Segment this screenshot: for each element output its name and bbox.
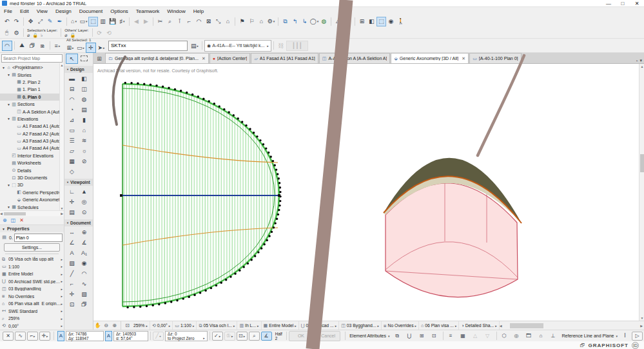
axo-icon[interactable]: ⬙: [343, 17, 353, 26]
search-input[interactable]: [1, 54, 63, 63]
rectangle-icon[interactable]: ▭▾: [79, 17, 88, 26]
copy-icon[interactable]: ⧉: [280, 17, 290, 26]
scroll-up-icon[interactable]: ▲: [639, 65, 644, 68]
quick-setting-zoom[interactable]: ⌕259%▸: [0, 315, 64, 323]
menu-help[interactable]: Help: [190, 7, 208, 15]
zoom-out-icon[interactable]: ⊖: [102, 323, 110, 328]
tree-item-0-plan-0[interactable]: ▦0. Plan 0: [0, 94, 64, 101]
text-tool[interactable]: A: [66, 248, 78, 258]
delta-z-tracker[interactable]: Δz: 0 to Project Zero▸: [165, 331, 208, 341]
settings-button[interactable]: Settings...: [4, 243, 60, 252]
tree-item-sections[interactable]: ▼▥Sections: [0, 101, 64, 108]
anchor-icon[interactable]: Ⅰ: [620, 332, 630, 341]
quick-option-shadow[interactable]: ◑Detailed Sha...▸: [459, 321, 499, 330]
add-viewpoint-icon[interactable]: ⊕: [3, 217, 7, 223]
menu-document[interactable]: Document: [75, 7, 106, 15]
quick-setting-layers[interactable]: ⧉05 Visa och lås upp allt▸: [0, 255, 64, 263]
arc-tool[interactable]: ◠: [78, 268, 90, 279]
tab-6[interactable]: ▭[A-40-1-100 Plan 0]: [469, 53, 521, 63]
freeform-tool[interactable]: ◇: [66, 166, 78, 177]
pickup-icon[interactable]: ↰: [290, 17, 300, 26]
menu-teamwork[interactable]: Teamwork: [132, 7, 163, 15]
pencil-icon[interactable]: ✎: [45, 17, 55, 26]
quick-option-model-view[interactable]: ◫03 Bygghand...▸: [339, 321, 382, 330]
quick-setting-scale[interactable]: ▭1:100▸: [0, 263, 64, 271]
split-icon[interactable]: ✂: [155, 17, 165, 26]
fit-window-icon[interactable]: ⊞: [357, 17, 367, 26]
roof-icon[interactable]: ⌂: [536, 332, 547, 341]
fillet-icon[interactable]: ◠: [194, 17, 204, 26]
layers-panel-icon[interactable]: ⧉: [392, 332, 403, 341]
current-tool-shell-icon[interactable]: ◠: [2, 41, 12, 51]
drawing-tool[interactable]: ⊡: [66, 299, 78, 310]
camera-tool[interactable]: ◎: [78, 197, 90, 207]
tree-item-a1-fasad-a1-auto-rebu[interactable]: ▭A1 Fasad A1 (Auto-rebu...: [0, 123, 64, 130]
quick-option-pen-set[interactable]: ⋃00 Archicad ...▸: [299, 321, 339, 330]
axonometric-dome-drawing[interactable]: [384, 158, 522, 297]
slab-tool[interactable]: ⊟: [66, 84, 78, 94]
line-tool[interactable]: ╱: [66, 268, 78, 279]
delta-xy-tracker[interactable]: Δx: 74786 Δy: 118947: [66, 331, 104, 341]
tab-close-icon[interactable]: ✕: [462, 56, 465, 61]
menu-view[interactable]: View: [33, 7, 52, 15]
coordinate-toggle-x[interactable]: A: [57, 331, 64, 341]
magnifier-icon[interactable]: ⌕: [249, 332, 260, 341]
play-icon[interactable]: ▷: [632, 332, 643, 341]
tab-1[interactable]: 🗀Genväga allt synligt & detaljerat [0. P…: [105, 53, 209, 63]
lock-others-icon[interactable]: 🔓: [70, 33, 75, 37]
info-box-icon[interactable]: ▥: [98, 17, 108, 26]
collapse-icon[interactable]: ▼: [6, 73, 11, 77]
vertical-scrollbar[interactable]: ▲ ▼: [639, 64, 644, 321]
quick-layers-icon[interactable]: 🖰: [2, 28, 12, 37]
zone-stamp-tool[interactable]: ◉: [78, 258, 90, 268]
resize-icon[interactable]: ⤡: [213, 17, 223, 26]
menu-design[interactable]: Design: [52, 7, 75, 15]
marquee-box-icon[interactable]: ⊡▸: [237, 332, 248, 341]
grid-snap-icon[interactable]: ♯▾: [117, 17, 127, 26]
opening-tool[interactable]: ⊘: [78, 156, 90, 166]
delete-icon[interactable]: ✕: [19, 217, 24, 223]
tree-item-generic-perspective[interactable]: ◧Generic Perspective: [0, 189, 64, 196]
tree-item-a2-fasad-a2-auto-rebu[interactable]: ▭A2 Fasad A2 (Auto-rebu...: [0, 130, 64, 137]
tree-item-schedules[interactable]: ▼▦Schedules: [0, 203, 64, 210]
zoom-in-icon[interactable]: ⊕: [110, 323, 119, 328]
guide-segment-icon[interactable]: ∿: [15, 332, 26, 341]
quick-setting-orientation[interactable]: ⟲0,00°▸: [0, 323, 64, 330]
window-tool[interactable]: ◫: [78, 84, 90, 94]
group-icon[interactable]: ⬡: [499, 332, 510, 341]
material-panel-icon[interactable]: ⊞: [416, 332, 427, 341]
composite-panel-icon[interactable]: ⊡: [429, 332, 440, 341]
spline-tool[interactable]: ∿: [78, 279, 90, 289]
zoom-level-control[interactable]: 259%▸: [132, 321, 150, 330]
pan-icon[interactable]: ✋: [93, 323, 102, 328]
element-settings-icon[interactable]: ⊞▸: [65, 43, 75, 53]
properties-header[interactable]: ▼Properties: [0, 225, 64, 232]
camera-icon[interactable]: ◎: [511, 332, 522, 341]
tab-3[interactable]: ▱A1 Fasad A1 [A1 Fasad A1]: [251, 53, 318, 63]
element-attributes-dropdown[interactable]: Element Attributes▾: [349, 334, 389, 338]
elevation-tool[interactable]: ▲: [78, 186, 90, 197]
eye-icon[interactable]: ◉: [386, 17, 396, 26]
scale-control[interactable]: ▭1:100▸: [173, 321, 197, 330]
favorite-combo[interactable]: ◉ A-41A---E-- Ytt tak/bjkl k... ▸: [204, 40, 271, 52]
menu-file[interactable]: File: [0, 7, 16, 15]
notebook-icon[interactable]: ▤▸: [190, 41, 200, 51]
label-tool[interactable]: A₁: [78, 248, 90, 258]
section-tool[interactable]: ∟: [66, 186, 78, 197]
circle-icon[interactable]: ◯▾: [309, 17, 319, 26]
tree-item-generic-axonometry[interactable]: ⬙Generic Axonometry: [0, 196, 64, 203]
column-tool[interactable]: ▮: [78, 115, 90, 125]
lines-icon[interactable]: ≡: [445, 332, 456, 341]
checkmark-icon[interactable]: ✓▸: [212, 332, 223, 341]
minimize-button[interactable]: —: [601, 0, 616, 6]
marquee-icon[interactable]: ⬚: [88, 17, 98, 26]
collapse-icon[interactable]: ▼: [6, 103, 11, 106]
tree-scrollbar[interactable]: ▲▼: [59, 63, 64, 210]
curtain-wall-tool[interactable]: ▤: [78, 105, 90, 115]
collapse-icon[interactable]: ▼: [6, 205, 11, 209]
marquee-tool[interactable]: [81, 55, 88, 61]
delta-r-tracker[interactable]: Δr: 140503 α: 57,64°: [113, 331, 148, 341]
capture-icon[interactable]: ⊠: [204, 17, 213, 26]
pen-icon[interactable]: ✒: [55, 17, 64, 26]
tree-item-details[interactable]: ⊙Details: [0, 166, 64, 174]
